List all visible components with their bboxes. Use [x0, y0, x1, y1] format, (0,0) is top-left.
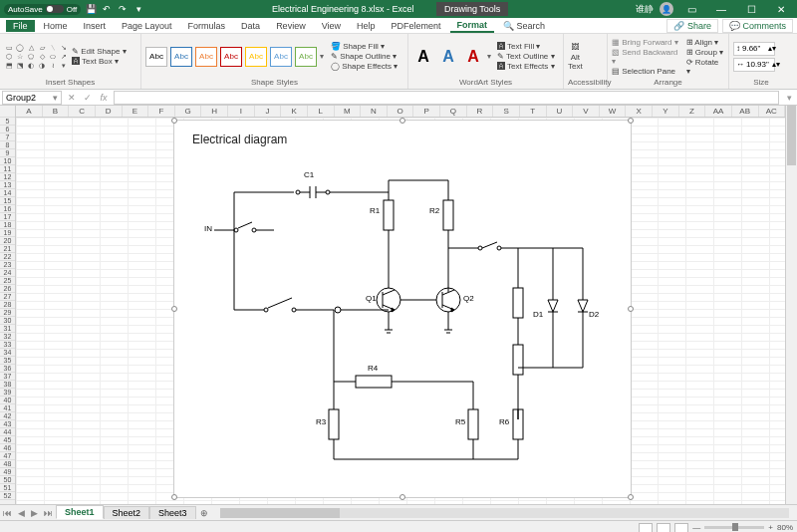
wordart-swatch[interactable]: A	[437, 46, 459, 68]
row-header[interactable]: 52	[0, 492, 15, 500]
style-swatch[interactable]: Abc	[145, 47, 167, 67]
sheet-tab-1[interactable]: Sheet1	[56, 505, 104, 519]
row-header[interactable]: 24	[0, 269, 15, 277]
vertical-scrollbar[interactable]	[785, 106, 797, 504]
text-fill-button[interactable]: 🅰 Text Fill ▾	[497, 42, 555, 51]
sheet-tab-3[interactable]: Sheet3	[149, 506, 196, 519]
tab-page-layout[interactable]: Page Layout	[115, 20, 179, 32]
zoom-level[interactable]: 80%	[777, 523, 793, 532]
column-header[interactable]: B	[43, 106, 70, 117]
row-header[interactable]: 26	[0, 285, 15, 293]
shape-effects-button[interactable]: ◯ Shape Effects ▾	[331, 62, 398, 71]
shape-width-input[interactable]: ↔▴▾	[733, 58, 775, 72]
row-header[interactable]: 44	[0, 428, 15, 436]
column-header[interactable]: I	[228, 106, 255, 117]
row-header[interactable]: 34	[0, 349, 15, 357]
tab-formulas[interactable]: Formulas	[181, 20, 233, 32]
selection-pane-button[interactable]: ▤ Selection Pane	[612, 67, 683, 76]
row-header[interactable]: 14	[0, 189, 15, 197]
minimize-icon[interactable]: —	[709, 0, 733, 18]
tab-file[interactable]: File	[6, 20, 35, 32]
tab-pdfelement[interactable]: PDFelement	[385, 20, 448, 32]
row-header[interactable]: 11	[0, 165, 15, 173]
row-header[interactable]: 19	[0, 229, 15, 237]
column-header[interactable]: D	[96, 106, 123, 117]
name-box[interactable]: Group2▾	[2, 91, 62, 105]
shape-outline-button[interactable]: ✎ Shape Outline ▾	[331, 52, 398, 61]
edit-shape-button[interactable]: ✎ Edit Shape ▾	[72, 47, 127, 56]
column-headers[interactable]: ABCDEFGHIJKLMNOPQRSTUVWXYZAAABAC	[16, 106, 785, 118]
row-header[interactable]: 41	[0, 404, 15, 412]
column-header[interactable]: T	[520, 106, 547, 117]
row-header[interactable]: 10	[0, 157, 15, 165]
shape-style-gallery[interactable]: Abc Abc Abc Abc Abc Abc Abc	[145, 47, 317, 67]
sheet-tab-2[interactable]: Sheet2	[104, 506, 150, 519]
alt-text-button[interactable]: 🖼 Alt Text	[568, 43, 583, 71]
row-header[interactable]: 6	[0, 126, 15, 133]
row-header[interactable]: 9	[0, 149, 15, 157]
column-header[interactable]: AB	[732, 106, 759, 117]
ribbon-options-icon[interactable]: ▭	[679, 0, 703, 18]
row-header[interactable]: 16	[0, 205, 15, 213]
undo-icon[interactable]: ↶	[101, 3, 113, 15]
row-header[interactable]: 30	[0, 317, 15, 325]
shape-fill-button[interactable]: 🪣 Shape Fill ▾	[331, 42, 398, 51]
gallery-more-icon[interactable]: ▾	[487, 52, 491, 61]
search-box[interactable]: 🔍 Search	[496, 20, 552, 32]
column-header[interactable]: P	[413, 106, 440, 117]
redo-icon[interactable]: ↷	[117, 3, 129, 15]
tab-format[interactable]: Format	[450, 19, 495, 33]
page-break-view-icon[interactable]	[674, 523, 688, 533]
column-header[interactable]: X	[626, 106, 653, 117]
tab-view[interactable]: View	[315, 20, 348, 32]
row-header[interactable]: 31	[0, 325, 15, 333]
row-header[interactable]: 20	[0, 237, 15, 245]
style-swatch[interactable]: Abc	[195, 47, 217, 67]
shape-height-input[interactable]: ↕▴▾	[733, 42, 775, 56]
scrollbar-thumb[interactable]	[787, 106, 796, 165]
column-header[interactable]: Z	[679, 106, 706, 117]
text-outline-button[interactable]: ✎ Text Outline ▾	[497, 52, 555, 61]
expand-formula-icon[interactable]: ▾	[781, 93, 797, 103]
comments-button[interactable]: 💬 Comments	[722, 19, 793, 33]
bring-forward-button[interactable]: ▦ Bring Forward ▾	[612, 38, 683, 47]
enter-icon[interactable]: ✓	[80, 93, 96, 103]
sheet-nav-next-icon[interactable]: ▶	[31, 508, 38, 518]
zoom-in-icon[interactable]: +	[768, 523, 773, 532]
column-header[interactable]: E	[123, 106, 149, 117]
tab-help[interactable]: Help	[350, 20, 383, 32]
row-header[interactable]: 23	[0, 261, 15, 269]
tab-insert[interactable]: Insert	[77, 20, 114, 32]
column-header[interactable]: AC	[759, 106, 786, 117]
fx-icon[interactable]: fx	[96, 93, 112, 103]
scrollbar-thumb[interactable]	[220, 508, 340, 518]
row-header[interactable]: 46	[0, 444, 15, 452]
column-header[interactable]: N	[361, 106, 388, 117]
column-header[interactable]: H	[201, 106, 228, 117]
row-header[interactable]: 40	[0, 397, 15, 404]
tab-data[interactable]: Data	[234, 20, 267, 32]
row-header[interactable]: 25	[0, 277, 15, 285]
qat-dropdown-icon[interactable]: ▾	[133, 3, 144, 15]
row-header[interactable]: 12	[0, 173, 15, 181]
row-header[interactable]: 45	[0, 436, 15, 444]
add-sheet-button[interactable]: ⊕	[196, 508, 212, 518]
sheet-nav-last-icon[interactable]: ⏭	[44, 508, 53, 518]
tab-review[interactable]: Review	[269, 20, 313, 32]
column-header[interactable]: C	[69, 106, 96, 117]
row-header[interactable]: 43	[0, 420, 15, 428]
row-header[interactable]: 17	[0, 213, 15, 221]
rotate-button[interactable]: ⟳ Rotate ▾	[686, 58, 725, 76]
column-header[interactable]: Q	[440, 106, 467, 117]
wordart-swatch[interactable]: A	[412, 46, 434, 68]
row-header[interactable]: 13	[0, 181, 15, 189]
row-header[interactable]: 32	[0, 333, 15, 341]
row-header[interactable]: 38	[0, 381, 15, 389]
user-avatar-icon[interactable]: 👤	[660, 2, 673, 16]
shape-gallery[interactable]: ▭◯△▱﹨↘ ⬡☆⬠◇⬭↗ ⬒⬔◐◑≀▾	[4, 44, 69, 70]
style-swatch[interactable]: Abc	[245, 47, 267, 67]
row-header[interactable]: 42	[0, 412, 15, 420]
row-header[interactable]: 35	[0, 357, 15, 365]
row-header[interactable]: 29	[0, 309, 15, 317]
wordart-gallery[interactable]: A A A	[412, 46, 484, 68]
